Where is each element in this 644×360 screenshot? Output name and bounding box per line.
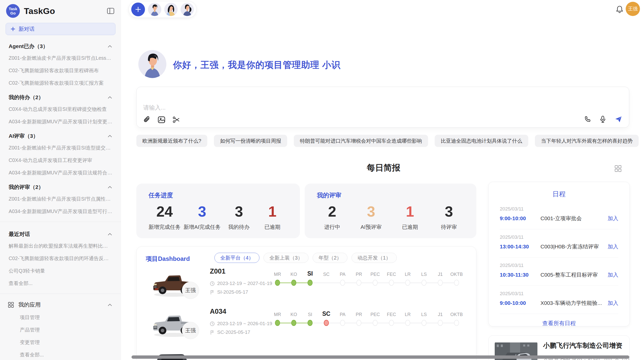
event-join-link[interactable]: 加入	[608, 243, 618, 250]
stat: 3AI预评审	[356, 203, 386, 231]
sidebar-section-header[interactable]: 我的评审（2）	[0, 179, 121, 193]
user-name: 王强	[628, 6, 638, 12]
sidebar-item[interactable]: C02-飞腾新能源轻客改款项目里程碑画布	[0, 64, 121, 77]
scissors-icon[interactable]	[172, 116, 180, 124]
project-flag-date: SI-2025-05-17	[210, 289, 248, 295]
session-avatar-3[interactable]	[181, 3, 194, 16]
sidebar-section-header[interactable]: AI评审（3）	[0, 128, 121, 142]
milestone-dot	[308, 320, 313, 326]
session-avatar-2[interactable]	[164, 3, 178, 16]
sidebar-item[interactable]: 解释最新出台的欧盟报废车法规再生塑料比例被调至15%...	[0, 240, 121, 252]
milestone-label: PEC	[367, 272, 383, 277]
my-review-card: 我的评审2进行中3AI预评审1已逾期3待评审	[305, 184, 476, 238]
stat-card-stats: 2进行中3AI预评审1已逾期3待评审	[317, 203, 464, 231]
project-owner-badge: 王强	[182, 322, 199, 339]
user-avatar[interactable]: 王强	[626, 2, 640, 16]
suggestion-chip[interactable]: 欧洲新规最近颁布了什么?	[136, 135, 207, 147]
new-chat-button[interactable]: 新对话	[6, 23, 115, 35]
sidebar-item[interactable]: A034-全新新能源MUV产品开发项目法规符合性评审	[0, 167, 121, 179]
sidebar-item[interactable]: A034-全新新能源MUV产品开发项目计划变更表编写	[0, 115, 121, 128]
milestone-timeline: MRKOSISCPAPRPECFECLRLSJ1OKTB	[269, 267, 465, 289]
schedule-title: 日程	[489, 190, 630, 199]
stat-value: 1	[395, 203, 425, 220]
notification-bell-icon[interactable]	[616, 5, 624, 14]
sidebar-toggle-icon[interactable]	[107, 7, 114, 14]
sidebar-app-item[interactable]: 查看全部...	[0, 349, 121, 360]
sidebar-item[interactable]: Z001-全新燃油皮卡产品开发项目SI节点Lesson Learn报告	[0, 52, 121, 64]
greeting-text: 你好，王强，我是你的项目管理助理 小识	[173, 59, 341, 71]
sidebar-item[interactable]: C02-飞腾新能源轻客改款项目立项汇报方案	[0, 77, 121, 89]
milestone-label: PA	[334, 312, 351, 317]
chevron-up-icon	[108, 45, 112, 48]
session-avatar-1[interactable]	[148, 3, 161, 16]
view-all-schedule-link[interactable]: 查看所有日程	[489, 320, 630, 327]
sidebar-app-item[interactable]: 产品管理	[0, 324, 121, 336]
sidebar-item[interactable]: A034-全新新能源MUV产品开发项目造型可行性评审	[0, 205, 121, 218]
paperclip-icon[interactable]	[143, 116, 151, 124]
send-icon[interactable]	[614, 115, 622, 123]
sidebar-app-item[interactable]: 变更管理	[0, 336, 121, 349]
project-row[interactable]: 王强A0342023-12-19 ~ 2026-01-19SC-2025-05-…	[142, 306, 471, 346]
event-name: X003-车辆动力学性能验...	[540, 299, 608, 307]
stat-label: 已逾期	[395, 223, 425, 231]
milestone-dot	[308, 280, 313, 286]
dashboard-tab[interactable]: 全新上装（3）	[264, 253, 309, 263]
dashboard-tab[interactable]: 全新平台（4）	[214, 253, 259, 263]
sidebar-apps-header[interactable]: 我的应用	[0, 298, 121, 311]
section-label: AI评审（3）	[9, 132, 38, 140]
milestone-label: PEC	[367, 312, 383, 317]
milestone-dot	[275, 320, 280, 326]
new-session-button[interactable]	[131, 3, 145, 16]
sidebar-item[interactable]: Z001-全新燃油轻卡产品开发项目SI节点属性5D文件评审	[0, 193, 121, 205]
dashboard-tab[interactable]: 动总开发（1）	[352, 253, 397, 263]
plus-icon	[10, 26, 16, 32]
dashboard-tab[interactable]: 年型（2）	[313, 253, 347, 263]
sidebar-item[interactable]: C02-飞腾新能源轻客改款项目的闭环通告反馈情况	[0, 252, 121, 265]
mic-icon[interactable]	[599, 115, 607, 123]
suggestion-chip[interactable]: 比亚迪全固态电池计划具体说了什么	[435, 135, 528, 147]
suggestion-chip[interactable]: 特朗普可能对进口汽车增税会对中国车企造成哪些影响	[294, 135, 428, 147]
event-join-link[interactable]: 加入	[608, 299, 618, 307]
milestone-dot	[421, 280, 427, 286]
sidebar-app-item[interactable]: 项目管理	[0, 311, 121, 324]
chevron-up-icon	[108, 186, 112, 188]
event-join-link[interactable]: 加入	[608, 271, 618, 278]
stat-label: 待评审	[434, 223, 464, 231]
suggestion-chip[interactable]: 如何写一份清晰的项目周报	[214, 135, 287, 147]
layout-grid-icon[interactable]	[614, 165, 622, 172]
event-date: 2025/03/11	[500, 263, 618, 268]
sidebar-item[interactable]: 查看全部...	[0, 277, 121, 290]
app-logo-line2: Go	[10, 11, 16, 15]
app-logo-line1: Task	[9, 7, 17, 11]
milestone-label: MR	[269, 312, 286, 317]
milestone-dot	[454, 320, 459, 326]
project-flag-text: SI-2025-05-17	[217, 289, 248, 295]
project-row[interactable]: 王强Z0012023-12-19 ~ 2027-01-19SI-2025-05-…	[142, 266, 471, 306]
stat-value: 2	[317, 203, 347, 220]
schedule-card: 日程 2025/03/119:00-10:00C001-立项审批会加入2025/…	[488, 182, 630, 326]
composer-input[interactable]: 请输入...	[143, 104, 166, 112]
sidebar-item[interactable]: 公司Q3轻卡销量	[0, 265, 121, 277]
sidebar-section-header[interactable]: 我的待办（2）	[0, 89, 121, 103]
horizontal-scrollbar[interactable]	[131, 355, 629, 359]
phone-icon[interactable]	[584, 115, 591, 123]
sidebar-section-header[interactable]: Agent已办（3）	[0, 38, 121, 52]
sidebar-section-header[interactable]: 最近对话	[0, 226, 121, 240]
composer[interactable]: 请输入...	[136, 87, 629, 128]
milestone-label: SI	[302, 312, 318, 317]
milestone-label: KO	[286, 272, 302, 277]
sidebar-item[interactable]: C0X4-动力总成开发项目工程变更评审	[0, 154, 121, 167]
image-icon[interactable]	[157, 116, 166, 124]
project-flag-date: SC-2025-05-17	[210, 329, 250, 335]
stat-card-title: 任务进度	[149, 191, 288, 199]
sidebar-item[interactable]: C0X4-动力总成开发项目SI里程碑提交物检查	[0, 103, 121, 115]
sidebar-item[interactable]: Z001-全新燃油轻卡产品开发项目SI造型提交物评审	[0, 142, 121, 154]
stat-label: 我的待办	[224, 223, 254, 231]
schedule-event: 2025/03/1110:30-11:30C005-整车工程目标评审加入	[500, 258, 618, 286]
event-join-link[interactable]: 加入	[608, 215, 618, 222]
event-name: C005-整车工程目标评审	[540, 271, 608, 278]
suggestion-chip[interactable]: 当下年轻人对汽车外观有怎样的喜好趋势	[535, 135, 639, 147]
suggestion-chips: 欧洲新规最近颁布了什么?如何写一份清晰的项目周报特朗普可能对进口汽车增税会对中国…	[136, 135, 639, 147]
flag-icon	[210, 290, 215, 295]
chevron-up-icon	[108, 96, 112, 99]
